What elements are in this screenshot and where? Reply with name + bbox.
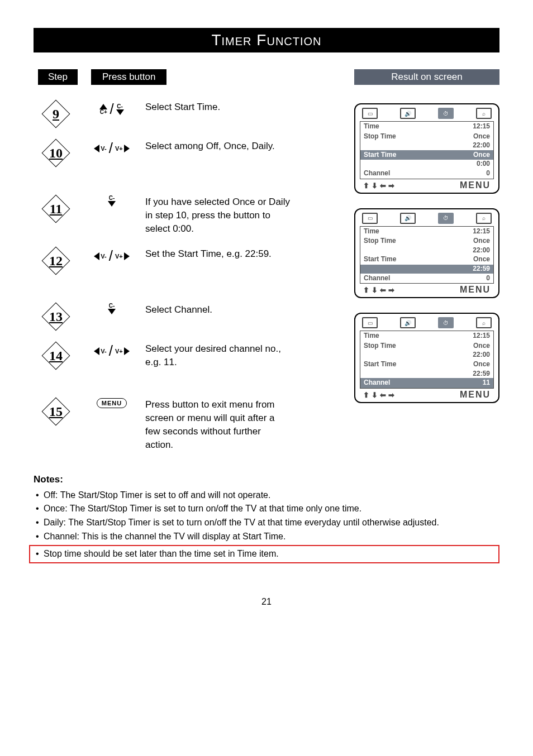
step-description: Select Channel.	[145, 303, 291, 317]
step-description: Set the Start Time, e.g. 22:59.	[145, 247, 291, 261]
osd-row: Time12:15	[360, 122, 493, 132]
osd-subvalue: 22:00	[360, 246, 493, 255]
osd-row-value: 0	[486, 169, 490, 178]
step-description: If you have selected Once or Daily in st…	[145, 195, 291, 235]
step-number-diamond: 12	[42, 247, 69, 274]
osd-row: Stop TimeOnce	[360, 236, 493, 246]
button-v-minus-v-plus: V- / V+	[78, 140, 145, 157]
osd-row-label: Time	[364, 122, 379, 131]
osd-tab-timer-icon: ⏱	[438, 108, 454, 119]
osd-row-label: Time	[364, 332, 379, 341]
osd-row: Channel11	[360, 378, 493, 388]
osd-row-label: Start Time	[364, 151, 396, 160]
osd-row-value: Once	[473, 151, 490, 160]
osd-row-value: 12:15	[473, 332, 490, 341]
osd-tab-picture-icon: ▭	[362, 317, 378, 328]
osd-body: Time12:15Stop TimeOnce22:00Start TimeOnc…	[360, 121, 494, 179]
note-highlight-box: Stop time should be set later than the t…	[29, 545, 499, 563]
button-c-minus: C-	[78, 195, 145, 207]
osd-row: Stop TimeOnce	[360, 132, 493, 142]
osd-row-value: Once	[473, 342, 490, 351]
osd-row: Channel0	[360, 274, 493, 284]
button-v-minus-v-plus: V- / V+	[78, 247, 145, 265]
osd-body: Time12:15Stop TimeOnce22:00Start TimeOnc…	[360, 226, 494, 284]
step-description: Select among Off, Once, Daily.	[145, 140, 291, 153]
osd-tab-timer-icon: ⏱	[438, 317, 454, 328]
osd-subvalue: 22:59	[360, 370, 493, 379]
osd-row: Time12:15	[360, 331, 493, 341]
step-number-diamond: 14	[42, 342, 69, 369]
osd-footer: ⬆⬇⬅➡ MENU	[360, 179, 494, 190]
page-number: 21	[34, 597, 499, 607]
osd-tab-sound-icon: 🔊	[400, 317, 416, 328]
button-c-plus-c-minus: C+ / C-	[78, 101, 145, 118]
osd-arrow-hints-icon: ⬆⬇⬅➡	[363, 180, 397, 190]
osd-menu-label: MENU	[460, 285, 491, 295]
osd-row: Stop TimeOnce	[360, 341, 493, 351]
osd-subvalue: 22:00	[360, 141, 493, 150]
step-number-diamond: 10	[42, 140, 69, 166]
step-description: Press button to exit menu from screen or…	[145, 398, 291, 451]
osd-tab-setup-icon: ⌕	[476, 213, 492, 224]
osd-tab-sound-icon: 🔊	[400, 213, 416, 224]
osd-tab-picture-icon: ▭	[362, 108, 378, 119]
note-item: Daily: The Start/Stop Timer is set to tu…	[36, 516, 499, 530]
osd-footer: ⬆⬇⬅➡ MENU	[360, 284, 494, 295]
osd-row-label: Time	[364, 227, 379, 236]
header-step: Step	[38, 69, 78, 85]
osd-row: Start TimeOnce	[360, 360, 493, 370]
osd-row-value: 12:15	[473, 227, 490, 236]
osd-row-label: Channel	[364, 379, 390, 387]
osd-row-value: Once	[473, 360, 490, 369]
osd-row-label: Start Time	[364, 360, 396, 369]
note-item: Channel: This is the channel the TV will…	[36, 530, 499, 544]
osd-menu-label: MENU	[460, 390, 491, 400]
osd-row-value: Once	[473, 237, 490, 246]
notes-section: Notes: Off: The Start/Stop Timer is set …	[34, 474, 499, 563]
notes-heading: Notes:	[34, 474, 499, 485]
osd-row-label: Stop Time	[364, 342, 396, 351]
step-number-diamond: 13	[42, 303, 69, 330]
step-number-diamond: 11	[42, 195, 69, 222]
osd-row-label: Stop Time	[364, 132, 396, 141]
osd-subvalue: 0:00	[360, 160, 493, 169]
osd-row-label: Channel	[364, 169, 390, 178]
osd-row-value: Once	[473, 255, 490, 264]
osd-tab-picture-icon: ▭	[362, 213, 378, 224]
osd-screen: ▭ 🔊 ⏱ ⌕ Time12:15Stop TimeOnce22:00Start…	[354, 208, 499, 299]
osd-row-value: 0	[486, 274, 490, 283]
osd-row: Start TimeOnce	[360, 255, 493, 265]
step-number-diamond: 9	[42, 101, 69, 127]
osd-row: Time12:15	[360, 227, 493, 237]
osd-tab-sound-icon: 🔊	[400, 108, 416, 119]
osd-tab-timer-icon: ⏱	[438, 213, 454, 224]
osd-arrow-hints-icon: ⬆⬇⬅➡	[363, 285, 397, 295]
osd-row-label: Stop Time	[364, 237, 396, 246]
osd-tab-setup-icon: ⌕	[476, 317, 492, 328]
column-headers: Step Press button Result on screen	[34, 69, 499, 85]
note-item: Off: The Start/Stop Timer is set to off …	[36, 489, 499, 503]
osd-row-label: Channel	[364, 274, 390, 283]
osd-row: Channel0	[360, 169, 493, 179]
osd-tab-setup-icon: ⌕	[476, 108, 492, 119]
osd-row-value: 11	[483, 379, 490, 387]
osd-menu-label: MENU	[460, 180, 491, 190]
header-press-button: Press button	[91, 69, 166, 85]
osd-screen: ▭ 🔊 ⏱ ⌕ Time12:15Stop TimeOnce22:00Start…	[354, 313, 499, 403]
osd-row-value: 12:15	[473, 122, 490, 131]
osd-screen: ▭ 🔊 ⏱ ⌕ Time12:15Stop TimeOnce22:00Start…	[354, 103, 499, 194]
page-title: Timer Function	[34, 28, 499, 52]
osd-row-value: Once	[473, 132, 490, 141]
osd-row-label: Start Time	[364, 255, 396, 264]
button-menu: MENU	[78, 398, 145, 408]
osd-body: Time12:15Stop TimeOnce22:00Start TimeOnc…	[360, 331, 494, 389]
osd-arrow-hints-icon: ⬆⬇⬅➡	[363, 390, 397, 400]
button-v-minus-v-plus: V- / V+	[78, 342, 145, 360]
step-number-diamond: 15	[42, 398, 69, 425]
osd-row: Start TimeOnce	[360, 150, 493, 160]
osd-subvalue: 22:00	[360, 351, 493, 360]
osd-footer: ⬆⬇⬅➡ MENU	[360, 389, 494, 400]
button-c-minus: C-	[78, 303, 145, 314]
osd-screens-column: ▭ 🔊 ⏱ ⌕ Time12:15Stop TimeOnce22:00Start…	[354, 103, 499, 418]
osd-subvalue: 22:59	[360, 265, 493, 274]
